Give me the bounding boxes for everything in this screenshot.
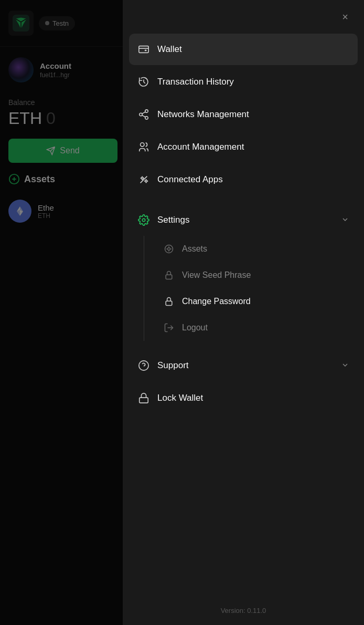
network-icon [137,108,150,121]
account-management-label: Account Management [157,142,349,152]
menu-divider [129,200,358,200]
menu-item-support[interactable]: Support [129,350,358,381]
svg-point-18 [168,248,170,251]
lock-wallet-icon [137,392,150,404]
close-button[interactable]: × [337,8,354,25]
side-menu: × Wallet Transactio [123,0,364,625]
wallet-label: Wallet [157,44,349,55]
svg-rect-20 [166,301,172,305]
svg-point-12 [145,117,148,120]
svg-rect-9 [145,49,147,51]
settings-chevron-icon [341,215,349,225]
logout-icon [163,322,175,334]
networks-label: Networks Management [157,109,349,120]
submenu-item-seed-phrase[interactable]: View Seed Phrase [155,262,358,288]
svg-point-10 [145,110,148,113]
change-password-label: Change Password [182,297,251,306]
menu-divider-2 [129,345,358,346]
menu-item-transaction-history[interactable]: Transaction History [129,66,358,98]
connected-apps-label: Connected Apps [157,174,349,185]
lock-icon-2 [163,296,175,307]
submenu-item-assets[interactable]: Assets [155,236,358,262]
settings-label: Settings [157,215,334,225]
svg-rect-8 [139,46,148,53]
menu-item-account-management[interactable]: Account Management [129,131,358,163]
svg-point-14 [141,177,143,179]
svg-point-15 [145,180,147,182]
wallet-icon [137,43,150,56]
svg-point-17 [165,245,173,253]
menu-item-lock-wallet[interactable]: Lock Wallet [129,382,358,414]
menu-item-connected-apps[interactable]: Connected Apps [129,164,358,195]
lock-icon [163,269,175,281]
svg-point-11 [140,113,143,116]
menu-close-row: × [123,0,364,34]
svg-point-22 [139,361,148,370]
settings-submenu: Assets View Seed Phrase [144,236,358,341]
support-section: Support [129,350,358,381]
settings-header[interactable]: Settings [129,204,358,236]
support-label: Support [157,360,334,371]
assets-sub-icon [163,243,175,255]
support-icon [137,359,150,372]
apps-icon [137,173,150,186]
submenu-item-change-password[interactable]: Change Password [155,288,358,315]
settings-section: Settings [129,204,358,341]
assets-sub-label: Assets [182,244,207,254]
settings-icon [137,214,150,226]
version-text: Version: 0.11.0 [123,596,364,625]
submenu-item-logout[interactable]: Logout [155,315,358,341]
svg-point-13 [141,143,144,147]
svg-rect-24 [140,398,148,403]
lock-wallet-label: Lock Wallet [157,393,349,403]
menu-items-container: Wallet Transaction History [123,34,364,596]
history-icon [137,76,150,88]
seed-phrase-label: View Seed Phrase [182,270,251,280]
support-chevron-icon [341,361,349,371]
svg-point-16 [142,218,145,222]
svg-rect-19 [166,275,172,279]
transaction-history-label: Transaction History [157,77,349,87]
menu-item-networks[interactable]: Networks Management [129,99,358,130]
account-icon [137,141,150,153]
menu-item-wallet[interactable]: Wallet [129,34,358,65]
logout-label: Logout [182,323,208,332]
